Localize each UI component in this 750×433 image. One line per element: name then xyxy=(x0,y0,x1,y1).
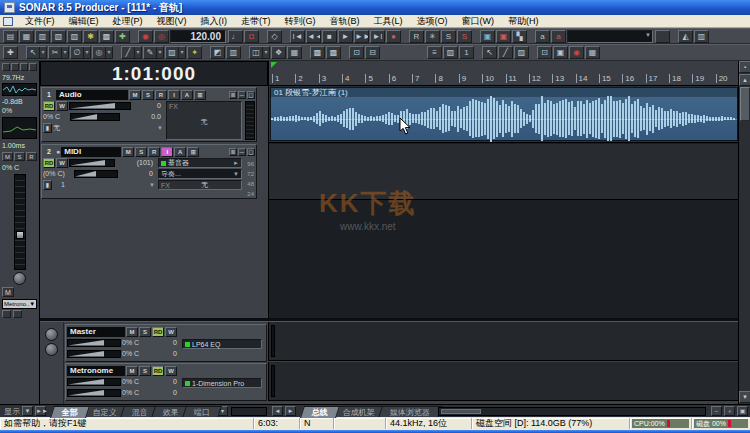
tempo-view-button[interactable]: ▦ xyxy=(287,46,302,59)
solo-button[interactable]: S xyxy=(139,327,151,337)
scroll-corner-button[interactable]: ▪ xyxy=(739,61,750,73)
bus-name-field[interactable]: Metronome xyxy=(67,366,125,376)
menu-go[interactable]: 转到(G) xyxy=(278,15,323,27)
archive-button[interactable]: A xyxy=(174,147,186,157)
step-record-button[interactable]: S xyxy=(457,30,472,43)
bus-volume-slider[interactable] xyxy=(67,378,121,386)
metronome-toggle-button[interactable]: ♩ xyxy=(228,30,243,43)
zoom-tool-button[interactable]: ◎▾ xyxy=(92,46,113,59)
bus-lane-metronome[interactable] xyxy=(268,362,738,401)
snap-magnet-button[interactable]: ✦ xyxy=(187,46,202,59)
bus-tab-right-icon[interactable]: ► xyxy=(285,406,296,416)
tab-buses[interactable]: 总线 xyxy=(300,406,340,418)
bus-tab-left-icon[interactable]: ◄ xyxy=(272,406,283,416)
auto-punch-button[interactable]: S xyxy=(441,30,456,43)
write-automation-button[interactable]: W xyxy=(165,366,177,376)
pattern-tool-button[interactable]: ▨▾ xyxy=(165,46,186,59)
hatch-tool-button[interactable]: ▨ xyxy=(514,46,529,59)
input-select[interactable]: 无 xyxy=(53,123,60,133)
scroll-up-icon[interactable]: ▲ xyxy=(739,74,750,86)
rewind-button[interactable]: ◄◄ xyxy=(306,30,321,43)
track-name-field[interactable]: Audio xyxy=(56,90,128,100)
bus-knob-icon[interactable] xyxy=(45,328,58,341)
record-button[interactable]: ● xyxy=(386,30,401,43)
fx-bin-midi[interactable]: FX 无 xyxy=(158,180,242,190)
freeze-button[interactable]: ⊞ xyxy=(187,147,199,157)
play-button[interactable]: ► xyxy=(338,30,353,43)
bus-header-master[interactable]: Master M S RD W 0% C 0 0% C 0 LP64 EQ xyxy=(65,324,267,362)
eq-frequency-value[interactable]: 79.7Hz xyxy=(2,73,37,82)
horizontal-scrollbar[interactable] xyxy=(438,407,706,416)
bus-name-field[interactable]: Master xyxy=(67,327,125,337)
arm-record-button[interactable]: R xyxy=(409,30,424,43)
menu-window[interactable]: 窗口(W) xyxy=(455,15,502,27)
record-options-button[interactable]: ◉ xyxy=(569,46,584,59)
arm-button[interactable]: R xyxy=(155,90,167,100)
envelope-draw-tool-button[interactable]: ╱▾ xyxy=(121,46,142,59)
menu-tracks[interactable]: 音轨(B) xyxy=(323,15,367,27)
track-restore-icon[interactable]: ≣ xyxy=(229,91,237,99)
smart-tool-button[interactable]: ↖▾ xyxy=(26,46,47,59)
views-console-view-button[interactable]: ▦ xyxy=(19,30,34,43)
clips-pane[interactable]: 123456789101112131415161718192021 01 段银雪… xyxy=(268,61,738,318)
mute-button[interactable]: M xyxy=(129,90,141,100)
track-header-midi[interactable]: 2 ● MIDI M S R I A ⊞ ≣ ─ ◻ RD W (101) xyxy=(41,144,257,199)
split-tool-button[interactable]: ✂▾ xyxy=(48,46,69,59)
inspector-eq-icon[interactable] xyxy=(2,63,10,71)
vertical-scrollbar[interactable]: ▪ ▲ ▼ xyxy=(738,61,750,404)
bus-volume-slider[interactable] xyxy=(67,339,121,347)
insert-marker-button[interactable]: ⊡ xyxy=(349,46,364,59)
input-echo-button[interactable]: I xyxy=(168,90,180,100)
menu-help[interactable]: 帮助(H) xyxy=(501,15,546,27)
record-automation-button[interactable]: ◉ xyxy=(138,30,153,43)
audio-track-lane[interactable]: 01 段银雪-梦江南 (1) xyxy=(269,86,739,143)
track-minimize-icon[interactable]: ─ xyxy=(238,91,246,99)
menu-file[interactable]: 文件(F) xyxy=(18,15,62,27)
go-to-end-button[interactable]: ►I xyxy=(370,30,385,43)
automation-lanes-button[interactable]: ❖ xyxy=(271,46,286,59)
midi-channel-select[interactable]: 1 xyxy=(61,181,65,188)
inspector-pan-knob[interactable] xyxy=(13,272,26,285)
chevron-down-icon[interactable]: ▾ xyxy=(83,47,90,58)
solo-button[interactable]: S xyxy=(139,366,151,376)
track-restore-icon[interactable]: ≣ xyxy=(229,148,237,156)
clip-view-options-button[interactable]: ◫▾ xyxy=(249,46,270,59)
tab-all[interactable]: 全部 xyxy=(50,406,90,418)
time-ruler[interactable]: 123456789101112131415161718192021 xyxy=(269,61,739,86)
line-tool-button[interactable]: ╱ xyxy=(498,46,513,59)
pan-slider[interactable] xyxy=(74,170,118,178)
inspector-comp-icon[interactable] xyxy=(11,63,19,71)
track-name-field[interactable]: MIDI xyxy=(61,147,121,157)
track-maximize-icon[interactable]: ◻ xyxy=(247,148,255,156)
event-inspector-button[interactable]: ≡ xyxy=(427,46,442,59)
fast-forward-button[interactable]: ►► xyxy=(354,30,369,43)
chevron-down-icon[interactable]: ▾ xyxy=(39,47,46,58)
write-automation-button[interactable]: W xyxy=(56,158,68,168)
scrub-tool-button[interactable]: ◭ xyxy=(678,30,693,43)
now-time-display[interactable]: 1:01:000 xyxy=(40,61,268,86)
chevron-down-icon[interactable]: ▼ xyxy=(149,182,155,188)
bus-fx-chip[interactable]: 1-Dimension Pro xyxy=(182,378,262,388)
input-icon[interactable]: ▮ xyxy=(43,123,52,133)
fader-handle[interactable] xyxy=(16,231,24,239)
inspector-m-chip[interactable]: M xyxy=(2,287,14,297)
hscroll-thumb[interactable] xyxy=(441,409,481,414)
arm-button[interactable]: R xyxy=(148,147,160,157)
bus-send-slider[interactable] xyxy=(67,389,121,397)
edit-tool-button[interactable]: ↖ xyxy=(482,46,497,59)
crossfade-mode-button[interactable]: ▨ xyxy=(443,46,458,59)
show-markers-button[interactable]: ▩ xyxy=(326,46,341,59)
chevron-down-icon[interactable]: ▾ xyxy=(156,47,163,58)
pitch-marker-button[interactable] xyxy=(655,30,670,43)
views-sysx-button[interactable]: ▩ xyxy=(99,30,114,43)
bus-fx-chip[interactable]: LP64 EQ xyxy=(182,339,262,349)
title-bar[interactable]: SONAR 8.5 Producer - [111* - 音轨] xyxy=(0,0,750,15)
inspector-pan-value[interactable]: 0% C xyxy=(2,163,37,172)
reset-midi-button[interactable]: ▚ xyxy=(512,30,527,43)
insert-track-button[interactable]: ✚ xyxy=(115,30,130,43)
chevron-down-icon[interactable]: ▾ xyxy=(105,47,112,58)
lock-clip-button[interactable]: ⊟ xyxy=(365,46,380,59)
tab-scroll-icon[interactable]: ►► xyxy=(35,406,46,416)
tempo-display[interactable]: 120.00 xyxy=(170,30,226,43)
freeze-button[interactable]: ⊞ xyxy=(194,90,206,100)
